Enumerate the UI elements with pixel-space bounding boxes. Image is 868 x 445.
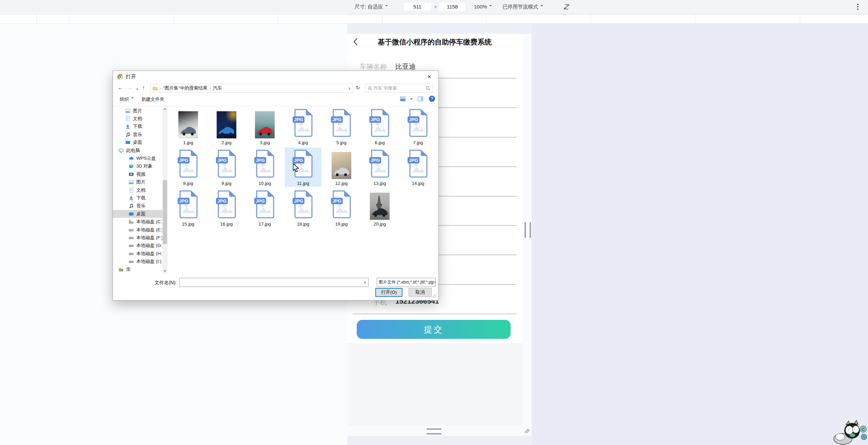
scroll-down-icon[interactable] — [163, 270, 166, 272]
breadcrumb-current[interactable]: 汽车 — [213, 85, 222, 91]
sidebar-item-label: 音乐 — [136, 203, 145, 209]
file-item-16.jpg[interactable]: JPG16.jpg — [208, 188, 245, 228]
file-item-8.jpg[interactable]: JPG8.jpg — [170, 148, 206, 187]
svg-text:JPG: JPG — [371, 158, 380, 163]
file-item-20.jpg[interactable]: 20.jpg — [361, 188, 398, 228]
sidebar-item-音乐[interactable]: 音乐 — [113, 131, 162, 138]
filename-label: 文件名(N): — [126, 280, 177, 286]
rotate-viewport-icon[interactable] — [563, 3, 570, 12]
file-item-10.jpg[interactable]: JPG10.jpg — [246, 148, 283, 187]
new-folder-button[interactable]: 新建文件夹 — [141, 96, 164, 103]
file-item-17.jpg[interactable]: JPG17.jpg — [246, 188, 283, 228]
file-item-4.jpg[interactable]: JPG4.jpg — [285, 107, 321, 146]
throttle-dropdown[interactable]: 已停用节流模式 — [502, 0, 543, 14]
sidebar-item-图片[interactable]: 图片 — [113, 178, 162, 186]
chevron-down-icon[interactable] — [410, 98, 413, 101]
sidebar-item-label: 本地磁盘 (H:) — [136, 251, 163, 257]
viewport-resize-corner-icon[interactable] — [524, 427, 530, 434]
open-button[interactable]: 打开(O) — [375, 288, 402, 297]
dialog-resize-grip[interactable] — [432, 294, 436, 297]
breadcrumb[interactable]: › "图片集"中的搜索结果 › 汽车 ∨ — [150, 84, 353, 93]
sidebar-item-本地磁盘 (E:)[interactable]: 本地磁盘 (E:) — [113, 226, 162, 234]
close-icon[interactable]: × — [423, 72, 435, 82]
sidebar-item-本地磁盘 (H:)[interactable]: 本地磁盘 (H:) — [113, 250, 162, 257]
file-item-9.jpg[interactable]: JPG9.jpg — [208, 148, 245, 187]
svg-text:JPG: JPG — [179, 198, 188, 204]
breadcrumb-chevron-icon[interactable]: ∨ — [348, 86, 351, 90]
sidebar-item-此电脑[interactable]: 此电脑 — [113, 147, 162, 154]
sidebar-item-下载[interactable]: 下载 — [113, 194, 162, 202]
sidebar-item-桌面[interactable]: 桌面 — [113, 139, 162, 147]
sidebar-item-本地磁盘 (F:)[interactable]: 本地磁盘 (F:) — [113, 234, 162, 241]
sidebar-item-3D 对象[interactable]: 3D 对象 — [113, 162, 162, 170]
viewport-height-input[interactable]: 1158 — [439, 3, 465, 11]
svg-text:JPG: JPG — [371, 117, 380, 122]
file-item-2.jpg[interactable]: 2.jpg — [208, 107, 245, 146]
file-item-18.jpg[interactable]: JPG18.jpg — [285, 188, 321, 228]
jpg-file-icon: JPG — [330, 190, 353, 221]
sidebar-item-label: 下载 — [136, 195, 145, 201]
sidebar-item-label: 3D 对象 — [136, 163, 153, 169]
thumbnail-view-icon[interactable] — [400, 96, 406, 103]
refresh-icon[interactable]: ↻ — [356, 84, 360, 91]
sidebar-tree: 图片文档下载音乐桌面此电脑WPS云盘3D 对象视频图片文档下载音乐桌面本地磁盘 … — [113, 107, 162, 273]
sidebar-item-下载[interactable]: 下载 — [113, 123, 162, 131]
filename-input[interactable]: ∨ — [179, 278, 369, 287]
file-name: 3.jpg — [260, 139, 270, 146]
nav-history-chevron-icon[interactable]: ∨ — [136, 86, 138, 93]
file-item-3.jpg[interactable]: 3.jpg — [246, 107, 283, 146]
file-item-12.jpg[interactable]: 12.jpg — [323, 148, 360, 187]
file-item-6.jpg[interactable]: JPG6.jpg — [361, 107, 398, 146]
toolbar-separator — [113, 106, 438, 106]
file-item-11.jpg[interactable]: JPG11.jpg — [285, 148, 321, 187]
jpg-file-icon: JPG — [330, 109, 353, 139]
help-icon[interactable]: ? — [429, 96, 435, 102]
nav-up-icon[interactable]: ↑ — [142, 84, 145, 91]
device-size-dropdown[interactable]: 尺寸: 自适应 — [355, 0, 388, 14]
scrollbar-thumb[interactable] — [163, 180, 167, 244]
cancel-button[interactable]: 取消 — [409, 288, 432, 297]
file-item-15.jpg[interactable]: JPG15.jpg — [170, 188, 206, 228]
viewport-resize-handle-bottom[interactable] — [427, 428, 441, 434]
kebab-menu-icon[interactable] — [857, 4, 859, 10]
sidebar-item-文档[interactable]: 文档 — [113, 115, 162, 122]
nav-back-icon[interactable]: ← — [118, 84, 123, 91]
file-item-13.jpg[interactable]: JPG13.jpg — [361, 148, 398, 187]
file-item-7.jpg[interactable]: JPG7.jpg — [400, 107, 436, 146]
disk-icon — [129, 235, 134, 240]
search-placeholder: 在 汽车 中搜索 — [368, 85, 397, 91]
zoom-dropdown[interactable]: 100% — [474, 0, 492, 14]
scroll-up-icon[interactable] — [163, 108, 166, 110]
file-item-5.jpg[interactable]: JPG5.jpg — [323, 107, 360, 146]
sidebar-item-label: 桌面 — [136, 211, 145, 217]
sidebar-item-label: 此电脑 — [126, 148, 140, 154]
viewport-resize-handle-right[interactable] — [525, 222, 531, 238]
music-icon — [129, 203, 134, 209]
submit-button[interactable]: 提交 — [357, 320, 511, 339]
sidebar-item-WPS云盘[interactable]: WPS云盘 — [113, 154, 162, 162]
file-item-14.jpg[interactable]: JPG14.jpg — [400, 148, 436, 187]
filetype-select[interactable]: 图片文件 (*.xbm;*.tif;*.jfif;*.pjp ∨ — [377, 278, 436, 287]
viewport-width-input[interactable]: 511 — [404, 3, 431, 11]
sidebar-item-本地磁盘 (C:)[interactable]: 本地磁盘 (C:) — [113, 218, 162, 226]
sidebar-item-音乐[interactable]: 音乐 — [113, 202, 162, 210]
breadcrumb-root[interactable]: "图片集"中的搜索结果 — [163, 85, 208, 91]
filetype-value: 图片文件 (*.xbm;*.tif;*.jfif;*.pjp — [377, 279, 434, 285]
mouse-cursor-icon — [293, 163, 299, 173]
nav-forward-icon[interactable]: → — [127, 84, 133, 91]
sidebar-item-文档[interactable]: 文档 — [113, 186, 162, 194]
sidebar-item-桌面[interactable]: 桌面 — [113, 210, 162, 218]
sidebar-item-视频[interactable]: 视频 — [113, 170, 162, 178]
sidebar-item-本地磁盘 (I:)[interactable]: 本地磁盘 (I:) — [113, 257, 162, 265]
organize-menu[interactable]: 组织 — [120, 96, 134, 103]
search-box[interactable]: 在 汽车 中搜索 — [365, 84, 433, 93]
sidebar-item-图片[interactable]: 图片 — [113, 107, 162, 115]
sidebar-item-本地磁盘 (G:)[interactable]: 本地磁盘 (G:) — [113, 242, 162, 250]
preview-pane-icon[interactable] — [417, 96, 423, 103]
sidebar-item-label: 库 — [126, 267, 131, 273]
file-item-1.jpg[interactable]: 1.jpg — [170, 107, 206, 146]
desktop-pet-cat[interactable]: C °› — [833, 420, 867, 445]
sidebar-item-库[interactable]: 库 — [113, 266, 162, 273]
file-item-19.jpg[interactable]: JPG19.jpg — [323, 188, 360, 228]
computer-icon — [118, 148, 124, 153]
